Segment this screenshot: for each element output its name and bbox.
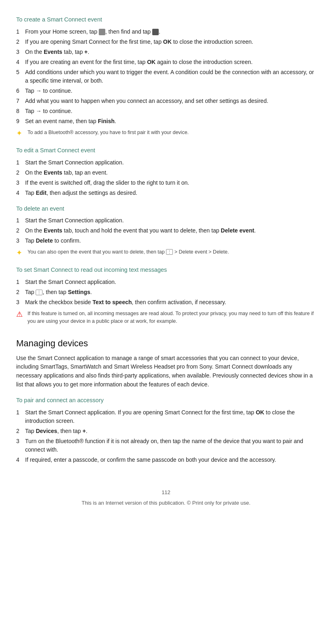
step-item: 1 From your Home screen, tap , then find…	[16, 28, 316, 36]
step-item: 9 Set an event name, then tap Finish.	[16, 117, 316, 126]
step-text: Start the Smart Connect application.	[25, 278, 316, 286]
step-item: 6 Tap → to continue.	[16, 87, 316, 95]
step-text: Tap Delete to confirm.	[25, 237, 316, 245]
edit-event-steps: 1 Start the Smart Connection application…	[16, 158, 316, 197]
step-text: Add what you want to happen when you con…	[25, 97, 316, 105]
step-number: 4	[16, 456, 25, 464]
warning-text: If this feature is turned on, all incomi…	[28, 310, 316, 325]
step-text: If you are creating an event for the fir…	[25, 58, 316, 66]
step-number: 4	[16, 58, 25, 66]
step-item: 1 Start the Smart Connection application…	[16, 158, 316, 167]
step-text: Start the Smart Connection application.	[25, 216, 316, 225]
step-number: 1	[16, 28, 25, 36]
section-pair-accessory: To pair and connect an accessory 1 Start…	[16, 396, 316, 464]
step-number: 8	[16, 107, 25, 115]
apps-icon	[99, 29, 105, 35]
step-item: 1 Start the Smart Connection application…	[16, 216, 316, 225]
step-item: 2 On the Events tab, touch and hold the …	[16, 226, 316, 235]
step-item: 3 If the event is switched off, drag the…	[16, 179, 316, 187]
step-item: 2 On the Events tab, tap an event.	[16, 168, 316, 177]
section-managing-devices: Managing devices Use the Smart Connect a…	[16, 337, 316, 389]
step-item: 3 Turn on the Bluetooth® function if it …	[16, 437, 316, 454]
step-text: On the Events tab, touch and hold the ev…	[25, 226, 316, 235]
step-number: 2	[16, 288, 25, 296]
step-number: 2	[16, 427, 25, 435]
menu-icon: ⋮	[166, 249, 173, 255]
step-number: 4	[16, 189, 25, 197]
step-number: 1	[16, 408, 25, 425]
step-item: 8 Tap → to continue.	[16, 107, 316, 115]
step-number: 3	[16, 437, 25, 454]
step-text: On the Events tab, tap +.	[25, 48, 316, 56]
step-number: 3	[16, 179, 25, 187]
step-item: 2 If you are opening Smart Connect for t…	[16, 38, 316, 46]
step-text: Add conditions under which you want to t…	[25, 68, 316, 85]
step-number: 3	[16, 48, 25, 56]
step-text: Tap ⋮, then tap Settings.	[25, 288, 316, 296]
create-event-tip: ✦ To add a Bluetooth® accessory, you hav…	[16, 129, 316, 139]
pair-accessory-steps: 1 Start the Smart Connect application. I…	[16, 408, 316, 464]
section-edit-event: To edit a Smart Connect event 1 Start th…	[16, 146, 316, 197]
section-read-text: To set Smart Connect to read out incomin…	[16, 266, 316, 325]
step-number: 2	[16, 168, 25, 177]
section-edit-title: To edit a Smart Connect event	[16, 146, 316, 155]
step-text: Tap Devices, then tap +.	[25, 427, 316, 435]
tip-text: You can also open the event that you wan…	[28, 248, 229, 256]
step-item: 2 Tap Devices, then tap +.	[16, 427, 316, 435]
step-item: 5 Add conditions under which you want to…	[16, 68, 316, 85]
step-item: 3 Mark the checkbox beside Text to speec…	[16, 298, 316, 307]
step-text: Tap → to continue.	[25, 107, 316, 115]
step-number: 3	[16, 237, 25, 245]
step-text: From your Home screen, tap , then find a…	[25, 28, 316, 36]
step-text: Start the Smart Connection application.	[25, 158, 316, 167]
step-item: 1 Start the Smart Connect application.	[16, 278, 316, 286]
step-number: 1	[16, 158, 25, 167]
step-text: Tap Edit, then adjust the settings as de…	[25, 189, 316, 197]
read-text-warning: ⚠ If this feature is turned on, all inco…	[16, 310, 316, 325]
step-number: 2	[16, 226, 25, 235]
step-number: 6	[16, 87, 25, 95]
page-number: 112	[16, 488, 316, 497]
create-event-steps: 1 From your Home screen, tap , then find…	[16, 28, 316, 126]
tip-bulb-icon: ✦	[16, 128, 24, 139]
step-text: If required, enter a passcode, or confir…	[25, 456, 316, 464]
step-item: 7 Add what you want to happen when you c…	[16, 97, 316, 105]
read-text-steps: 1 Start the Smart Connect application. 2…	[16, 278, 316, 307]
page-content: To create a Smart Connect event 1 From y…	[16, 15, 316, 507]
page-footer: 112 This is an Internet version of this …	[16, 488, 316, 507]
step-number: 9	[16, 117, 25, 126]
tip-text: To add a Bluetooth® accessory, you have …	[28, 129, 189, 136]
section-delete-event: To delete an event 1 Start the Smart Con…	[16, 205, 316, 259]
step-text: If you are opening Smart Connect for the…	[25, 38, 316, 46]
step-item: 4 If required, enter a passcode, or conf…	[16, 456, 316, 464]
step-text: Set an event name, then tap Finish.	[25, 117, 316, 126]
step-item: 1 Start the Smart Connect application. I…	[16, 408, 316, 425]
step-text: Start the Smart Connect application. If …	[25, 408, 316, 425]
footer-note: This is an Internet version of this publ…	[81, 500, 250, 506]
step-number: 1	[16, 278, 25, 286]
section-create-event: To create a Smart Connect event 1 From y…	[16, 15, 316, 139]
step-number: 7	[16, 97, 25, 105]
section-read-title: To set Smart Connect to read out incomin…	[16, 266, 316, 275]
sc-icon	[152, 29, 159, 35]
step-number: 1	[16, 216, 25, 225]
step-item: 4 If you are creating an event for the f…	[16, 58, 316, 66]
step-text: On the Events tab, tap an event.	[25, 168, 316, 177]
step-number: 2	[16, 38, 25, 46]
step-item: 3 On the Events tab, tap +.	[16, 48, 316, 56]
step-item: 4 Tap Edit, then adjust the settings as …	[16, 189, 316, 197]
tip-bulb-icon: ✦	[16, 247, 24, 258]
section-delete-title: To delete an event	[16, 205, 316, 213]
section-create-title: To create a Smart Connect event	[16, 15, 316, 24]
delete-event-steps: 1 Start the Smart Connection application…	[16, 216, 316, 245]
step-number: 3	[16, 298, 25, 307]
delete-event-tip: ✦ You can also open the event that you w…	[16, 248, 316, 258]
step-number: 5	[16, 68, 25, 85]
section-pair-title: To pair and connect an accessory	[16, 396, 316, 405]
step-text: Mark the checkbox beside Text to speech,…	[25, 298, 316, 307]
step-item: 3 Tap Delete to confirm.	[16, 237, 316, 245]
step-item: 2 Tap ⋮, then tap Settings.	[16, 288, 316, 296]
warning-icon: ⚠	[16, 309, 24, 320]
managing-title: Managing devices	[16, 337, 316, 350]
step-text: If the event is switched off, drag the s…	[25, 179, 316, 187]
